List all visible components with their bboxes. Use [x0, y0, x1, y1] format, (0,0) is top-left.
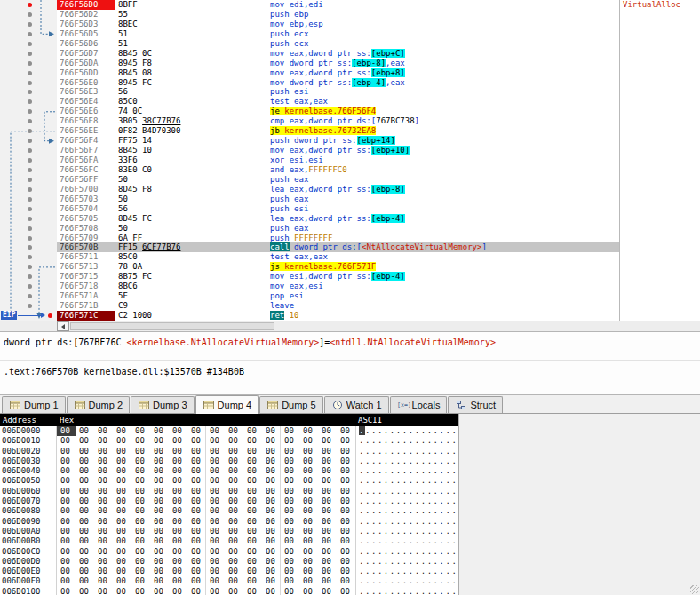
dump-row[interactable]: 006D007000000000000000000000000000000000… [0, 496, 458, 506]
dump-row[interactable]: 006D005000000000000000000000000000000000… [0, 476, 458, 486]
hex-byte[interactable]: 00 [225, 466, 243, 476]
hex-byte[interactable]: 00 [337, 517, 355, 527]
hex-byte[interactable]: 00 [169, 506, 187, 516]
hex-byte[interactable]: 00 [131, 527, 150, 536]
hex-byte[interactable]: 00 [113, 496, 131, 506]
hex-byte[interactable]: 00 [150, 447, 169, 456]
hex-byte[interactable]: 00 [337, 536, 355, 546]
breakpoint-bullet[interactable] [28, 245, 32, 250]
hex-byte[interactable]: 00 [169, 496, 187, 506]
disasm-row[interactable]: 766F56D651push ecx [0, 39, 700, 49]
hex-byte[interactable]: 00 [243, 567, 262, 576]
hex-byte[interactable]: 00 [318, 557, 337, 567]
hex-byte[interactable]: 00 [76, 587, 94, 595]
breakpoint-bullet[interactable] [28, 197, 32, 202]
hex-byte[interactable]: 00 [299, 557, 318, 567]
hex-byte[interactable]: 00 [94, 557, 113, 567]
hex-byte[interactable]: 00 [131, 476, 150, 486]
resize-grip[interactable] [690, 585, 699, 594]
hex-byte[interactable]: 00 [262, 447, 281, 456]
hex-byte[interactable]: 00 [76, 487, 94, 496]
hex-byte[interactable]: 00 [299, 506, 318, 516]
hex-byte[interactable]: 00 [187, 587, 206, 595]
breakpoint-bullet[interactable] [28, 109, 32, 114]
hex-byte[interactable]: 00 [206, 506, 225, 516]
hex-byte[interactable]: 00 [225, 476, 243, 486]
hex-byte[interactable]: 00 [262, 506, 281, 516]
hex-byte[interactable]: 00 [262, 426, 281, 436]
hex-byte[interactable]: 00 [187, 517, 206, 527]
hex-byte[interactable]: 00 [113, 547, 131, 557]
hex-byte[interactable]: 00 [299, 567, 318, 576]
hex-byte[interactable]: 00 [243, 576, 262, 586]
hex-byte[interactable]: 00 [337, 557, 355, 567]
hex-byte[interactable]: 00 [318, 506, 337, 516]
hex-byte[interactable]: 00 [131, 576, 150, 586]
hex-byte[interactable]: 00 [187, 557, 206, 567]
hex-byte[interactable]: 00 [243, 436, 262, 446]
hex-byte[interactable]: 00 [225, 456, 243, 466]
disasm-row[interactable]: 766F56D78B45 0Cmov eax,dword ptr ss:[ebp… [0, 49, 700, 59]
scroll-left-button[interactable] [57, 321, 69, 331]
dump-row[interactable]: 006D001000000000000000000000000000000000… [0, 436, 458, 446]
hex-byte[interactable]: 00 [262, 436, 281, 446]
hex-byte[interactable]: 00 [113, 436, 131, 446]
hex-byte[interactable]: 00 [57, 496, 76, 506]
dump-view[interactable]: AddressHexASCII 006D00000000000000000000… [0, 414, 459, 595]
ascii-text[interactable]: ................ [355, 466, 458, 476]
dump-row[interactable]: 006D010000000000000000000000000000000000… [0, 587, 458, 595]
breakpoint-bullet[interactable] [28, 207, 32, 211]
hex-byte[interactable]: 00 [318, 536, 337, 546]
hex-byte[interactable]: 00 [206, 476, 225, 486]
tab-dump-5[interactable]: Dump 5 [259, 396, 323, 413]
hex-byte[interactable]: 00 [94, 456, 113, 466]
hex-byte[interactable]: 00 [243, 466, 262, 476]
hex-byte[interactable]: 00 [187, 547, 206, 557]
hex-byte[interactable]: 00 [187, 436, 206, 446]
hex-byte[interactable]: 00 [318, 576, 337, 586]
hex-byte[interactable]: 00 [318, 547, 337, 557]
hex-byte[interactable]: 00 [299, 456, 318, 466]
hex-byte[interactable]: 00 [57, 576, 76, 586]
hex-byte[interactable]: 00 [76, 576, 94, 586]
hex-byte[interactable]: 00 [262, 466, 281, 476]
dump-row[interactable]: 006D008000000000000000000000000000000000… [0, 506, 458, 516]
disasm-row[interactable]: 766F56E485C0test eax,eax [0, 97, 700, 107]
hex-byte[interactable]: 00 [337, 587, 355, 595]
breakpoint-bullet[interactable] [28, 42, 32, 46]
hex-byte[interactable]: 00 [76, 567, 94, 576]
hex-byte[interactable]: 00 [57, 517, 76, 527]
hex-byte[interactable]: 00 [169, 476, 187, 486]
breakpoint-bullet[interactable] [28, 90, 32, 94]
hex-byte[interactable]: 00 [169, 587, 187, 595]
breakpoint-bullet[interactable] [28, 187, 32, 192]
hex-byte[interactable]: 00 [281, 576, 299, 586]
hex-byte[interactable]: 00 [150, 587, 169, 595]
hex-byte[interactable]: 00 [206, 576, 225, 586]
breakpoint-bullet[interactable] [28, 3, 32, 7]
disasm-row[interactable]: 766F56D38BECmov ebp,esp [0, 20, 700, 29]
hex-byte[interactable]: 00 [76, 547, 94, 557]
hex-byte[interactable]: 00 [131, 536, 150, 546]
hex-byte[interactable]: 00 [281, 496, 299, 506]
hex-byte[interactable]: 00 [150, 466, 169, 476]
hex-byte[interactable]: 00 [150, 557, 169, 567]
hex-byte[interactable]: 00 [113, 487, 131, 496]
hex-byte[interactable]: 00 [318, 456, 337, 466]
hex-byte[interactable]: 00 [243, 487, 262, 496]
hex-byte[interactable]: 00 [281, 517, 299, 527]
hex-byte[interactable]: 00 [131, 447, 150, 456]
hex-byte[interactable]: 00 [113, 587, 131, 595]
hex-byte[interactable]: 00 [94, 476, 113, 486]
breakpoint-bullet[interactable] [28, 61, 32, 66]
hex-byte[interactable]: 00 [225, 547, 243, 557]
hex-byte[interactable]: 00 [337, 476, 355, 486]
ascii-text[interactable]: ................ [355, 476, 458, 486]
hex-byte[interactable]: 00 [318, 567, 337, 576]
hex-byte[interactable]: 00 [225, 436, 243, 446]
hex-byte[interactable]: 00 [131, 456, 150, 466]
hex-byte[interactable]: 00 [57, 557, 76, 567]
hex-byte[interactable]: 00 [76, 456, 94, 466]
hex-byte[interactable]: 00 [262, 587, 281, 595]
hex-byte[interactable]: 00 [318, 466, 337, 476]
